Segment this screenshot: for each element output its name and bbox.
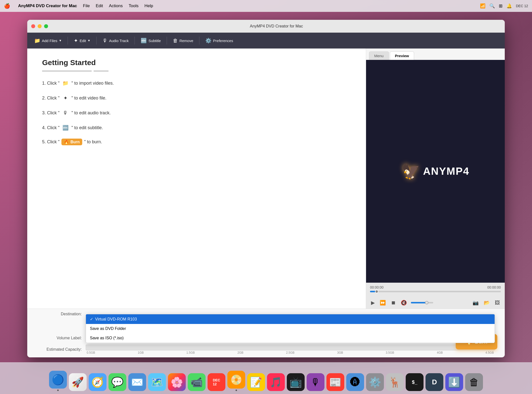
timeline-bar[interactable] [370, 291, 501, 292]
menubar-file[interactable]: File [83, 3, 90, 8]
remove-icon: 🗑 [173, 38, 178, 44]
tv-icon: 📺 [287, 373, 305, 391]
image-button[interactable]: 🖼 [494, 299, 501, 307]
messages-icon: 💬 [108, 373, 126, 391]
dock-item-safari[interactable]: 🧭 [89, 373, 106, 391]
dock-item-tv[interactable]: 📺 [287, 373, 305, 391]
minimize-button[interactable] [38, 24, 42, 28]
remove-label: Remove [179, 39, 193, 43]
edit-icon: ✦ [74, 38, 78, 44]
volume-thumb[interactable] [425, 301, 428, 304]
edit-chevron: ▼ [87, 39, 90, 42]
dock-item-podcasts[interactable]: 🎙 [307, 373, 324, 391]
notification-icon[interactable]: 🔔 [506, 3, 512, 9]
dock: 🔵 🚀 🧭 💬 ✉️ 🗺️ 🌸 📹 DEC12 📀 📝 🎵 📺 🎙 [0, 362, 532, 394]
menubar-actions[interactable]: Actions [109, 3, 123, 8]
destination-option-2[interactable]: Save as ISO (*.iso) [86, 333, 495, 343]
toolbar-sep-4 [167, 37, 167, 45]
control-center-icon[interactable]: ⊞ [499, 3, 503, 9]
dock-item-anymp4[interactable]: 📀 [227, 371, 245, 391]
step-5-burn-badge: 🔥 Burn [61, 139, 82, 145]
menubar-help[interactable]: Help [144, 3, 153, 8]
mute-button[interactable]: 🔇 [400, 299, 408, 307]
maximize-button[interactable] [44, 24, 48, 28]
menubar-tools[interactable]: Tools [129, 3, 139, 8]
menubar-edit[interactable]: Edit [96, 3, 103, 8]
dock-item-photos[interactable]: 🌸 [168, 373, 186, 391]
left-panel: Getting Started 1. Click " 📁 " to import… [27, 49, 366, 309]
preferences-button[interactable]: ⚙️ Preferences [202, 36, 236, 45]
dock-item-facetime[interactable]: 📹 [188, 373, 206, 391]
destination-dropdown[interactable]: ✓ Virtual DVD-ROM R103 Save as DVD Folde… [86, 314, 495, 343]
downloader-icon: ⬇️ [445, 373, 463, 391]
dock-item-maps[interactable]: 🗺️ [148, 373, 166, 391]
volume-label-label: Volume Label: [37, 336, 82, 340]
step-5: 5. Click " 🔥 Burn " to burn. [42, 139, 351, 145]
destination-option-1[interactable]: Save as DVD Folder [86, 324, 495, 333]
wifi-icon[interactable]: 📶 [480, 3, 485, 9]
dock-item-music[interactable]: 🎵 [267, 373, 285, 391]
menubar-appname[interactable]: AnyMP4 DVD Creator for Mac [18, 3, 77, 8]
dock-item-finder[interactable]: 🔵 [49, 371, 67, 391]
time-display: DEC 12 [516, 4, 528, 8]
play-button[interactable]: ▶ [370, 299, 376, 307]
dock-item-terminal[interactable]: $_ [406, 373, 424, 391]
search-icon[interactable]: 🔍 [489, 3, 495, 9]
content-area: Getting Started 1. Click " 📁 " to import… [27, 49, 505, 309]
subtitle-button[interactable]: 🔤 Subtitle [138, 36, 164, 45]
timeline-thumb[interactable] [375, 290, 378, 293]
apple-menu[interactable]: 🍎 [4, 3, 10, 9]
asahi-icon: 🦌 [386, 373, 404, 391]
divider [42, 71, 351, 71]
dock-item-trash[interactable]: 🗑 [465, 373, 483, 391]
anymp4-logo: 🦅 ANYMP4 [401, 163, 469, 180]
tab-menu[interactable]: Menu [369, 51, 389, 60]
dock-item-dash[interactable]: D [426, 373, 443, 391]
screenshot-button[interactable]: 📷 [472, 299, 480, 307]
remove-button[interactable]: 🗑 Remove [170, 36, 196, 45]
tick-4: 2.5GB [286, 351, 294, 354]
add-files-button[interactable]: 📁 Add Files ▼ [31, 36, 65, 45]
dock-item-appstore[interactable]: 🅐 [346, 373, 364, 391]
news-icon: 📰 [326, 373, 344, 391]
timeline-times: 00:00:00 00:00:00 [370, 285, 501, 289]
main-window: AnyMP4 DVD Creator for Mac 📁 Add Files ▼… [27, 20, 505, 357]
burn-flame-icon: 🔥 [64, 140, 69, 144]
step-4: 4. Click " 🔤 " to edit subtitle. [42, 124, 351, 132]
tab-preview[interactable]: Preview [390, 51, 414, 60]
dock-item-notes[interactable]: 📝 [247, 373, 265, 391]
maps-icon: 🗺️ [148, 373, 166, 391]
destination-option-0[interactable]: ✓ Virtual DVD-ROM R103 [86, 314, 495, 324]
dock-item-downloader[interactable]: ⬇️ [445, 373, 463, 391]
step-2-text: 2. Click " [42, 96, 59, 101]
dock-item-launchpad[interactable]: 🚀 [69, 373, 87, 391]
volume-bar[interactable] [411, 302, 433, 303]
dock-item-calendar[interactable]: DEC12 [208, 373, 225, 391]
folder-button[interactable]: 📂 [483, 299, 491, 307]
destination-option-1-label: Save as DVD Folder [90, 326, 126, 331]
capacity-ticks: 0.5GB 1GB 1.5GB 2GB 2.5GB 3GB 3.5GB 4GB … [86, 351, 495, 354]
dock-item-sysprefs[interactable]: ⚙️ [366, 373, 384, 391]
step-2: 2. Click " ✦ " to edit video file. [42, 94, 351, 102]
dock-item-mail[interactable]: ✉️ [128, 373, 146, 391]
add-files-icon: 📁 [34, 38, 40, 44]
terminal-icon: $_ [406, 373, 424, 391]
step-4-after: " to edit subtitle. [71, 125, 103, 130]
dock-item-news[interactable]: 📰 [326, 373, 344, 391]
divider-line-2 [94, 71, 108, 71]
edit-button[interactable]: ✦ Edit ▼ [71, 36, 93, 45]
edit-label: Edit [80, 39, 86, 43]
stop-button[interactable]: ⏹ [390, 299, 397, 307]
right-panel: Menu Preview 🦅 ANYMP4 00:00:00 00:00:00 [366, 49, 505, 309]
capacity-label: Estimated Capacity: [37, 347, 82, 352]
dock-item-messages[interactable]: 💬 [108, 373, 126, 391]
close-button[interactable] [31, 24, 35, 28]
getting-started-title: Getting Started [42, 58, 351, 67]
audio-track-icon: 🎙 [103, 38, 107, 44]
step-1: 1. Click " 📁 " to import video files. [42, 79, 351, 87]
forward-button[interactable]: ⏩ [379, 299, 387, 307]
subtitle-label: Subtitle [148, 39, 161, 43]
dock-item-asahi[interactable]: 🦌 [386, 373, 404, 391]
audio-track-button[interactable]: 🎙 Audio Track [100, 36, 132, 45]
tick-1: 1GB [138, 351, 144, 354]
